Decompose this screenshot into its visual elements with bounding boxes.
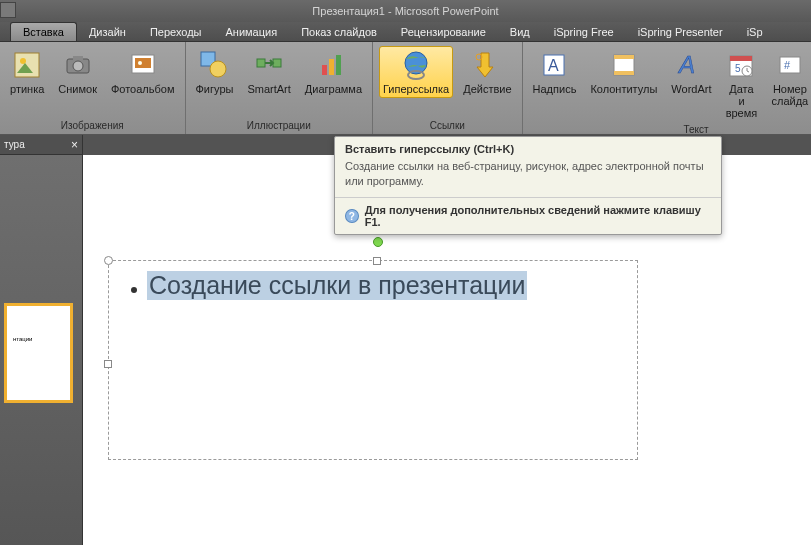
button-label: Фотоальбом [111,83,175,95]
tab-slideshow[interactable]: Показ слайдов [289,23,389,41]
button-label: Дата и время [725,83,757,119]
button-datetime[interactable]: 5 Дата и время [721,46,761,122]
ribbon: ртинка Снимок Фотоальбом Изображения Фиг… [0,42,811,135]
button-label: Колонтитулы [590,83,657,95]
content-placeholder[interactable]: Создание ссылки в презентации [108,260,638,460]
resize-handle-n[interactable] [373,257,381,265]
tab-review[interactable]: Рецензирование [389,23,498,41]
button-photoalbum[interactable]: Фотоальбом [107,46,179,98]
svg-rect-12 [322,65,327,75]
outline-tab-label[interactable]: тура [4,139,25,150]
button-slidenumber[interactable]: # Номер слайда [767,46,811,110]
tab-design[interactable]: Дизайн [77,23,138,41]
svg-point-3 [73,61,83,71]
resize-handle-nw[interactable] [104,256,113,265]
button-hyperlink[interactable]: Гиперссылка [379,46,453,98]
button-label: Надпись [533,83,577,95]
button-label: Фигуры [196,83,234,95]
outline-pane: тура × нтации [0,135,83,545]
button-headerfooter[interactable]: Колонтитулы [586,46,661,98]
button-label: SmartArt [247,83,290,95]
group-text: A Надпись Колонтитулы A WordArt 5 Дата и… [523,42,811,134]
tab-ispring-free[interactable]: iSpring Free [542,23,626,41]
svg-rect-22 [614,71,634,75]
tooltip-title: Вставить гиперссылку (Ctrl+K) [335,137,721,159]
thumb-text: нтации [13,336,32,342]
tab-ispring-presenter[interactable]: iSpring Presenter [626,23,735,41]
shapes-icon [198,49,230,81]
svg-text:#: # [784,59,791,71]
button-label: Снимок [58,83,97,95]
clipart-icon [11,49,43,81]
button-action[interactable]: Действие [459,46,515,98]
photoalbum-icon [127,49,159,81]
group-label-images: Изображения [61,118,124,134]
button-label: ртинка [10,83,44,95]
outline-pane-body[interactable]: нтации [0,155,82,545]
button-label: Действие [463,83,511,95]
ribbon-tabs: Вставка Дизайн Переходы Анимация Показ с… [0,22,811,42]
button-label: Гиперссылка [383,83,449,95]
tab-isp-cut[interactable]: iSp [735,23,775,41]
button-screenshot[interactable]: Снимок [54,46,101,98]
svg-point-7 [138,61,142,65]
chart-icon [317,49,349,81]
selected-text[interactable]: Создание ссылки в презентации [147,271,527,300]
svg-rect-0 [15,53,39,77]
slide-thumbnail[interactable]: нтации [4,303,73,403]
camera-icon [62,49,94,81]
quick-access-toolbar [0,2,16,18]
svg-rect-6 [135,58,151,68]
group-links: Гиперссылка Действие Ссылки [373,42,523,134]
textbox-icon: A [538,49,570,81]
globe-link-icon [400,49,432,81]
group-images: ртинка Снимок Фотоальбом Изображения [0,42,186,134]
tab-view[interactable]: Вид [498,23,542,41]
svg-rect-21 [614,55,634,59]
svg-rect-25 [730,56,752,61]
close-icon[interactable]: × [71,138,78,152]
svg-text:A: A [677,51,695,78]
wordart-icon: A [675,49,707,81]
svg-text:A: A [548,57,559,74]
svg-rect-4 [73,56,83,60]
title-bar: Презентация1 - Microsoft PowerPoint [0,0,811,22]
button-chart[interactable]: Диаграмма [301,46,366,98]
svg-rect-10 [257,59,265,67]
slidenumber-icon: # [774,49,806,81]
button-label: Диаграмма [305,83,362,95]
bullet-icon [131,287,137,293]
svg-point-1 [20,58,26,64]
svg-rect-14 [336,55,341,75]
group-illustrations: Фигуры SmartArt Диаграмма Иллюстрации [186,42,374,134]
tab-animation[interactable]: Анимация [213,23,289,41]
group-label-links: Ссылки [430,118,465,134]
tab-insert[interactable]: Вставка [10,22,77,41]
button-label: WordArt [671,83,711,95]
bullet-list-item[interactable]: Создание ссылки в презентации [131,271,627,300]
tooltip-footer: ? Для получения дополнительных сведений … [335,197,721,234]
group-label-illustrations: Иллюстрации [247,118,311,134]
tooltip-hyperlink: Вставить гиперссылку (Ctrl+K) Создание с… [334,136,722,235]
smartart-icon [253,49,285,81]
svg-text:5: 5 [735,63,741,74]
qat-item[interactable] [0,2,16,18]
rotate-handle[interactable] [373,237,383,247]
resize-handle-w[interactable] [104,360,112,368]
tab-transitions[interactable]: Переходы [138,23,214,41]
action-icon [471,49,503,81]
button-label: Номер слайда [771,83,808,107]
tooltip-footer-text: Для получения дополнительных сведений на… [365,204,711,228]
button-textbox[interactable]: A Надпись [529,46,581,98]
headerfooter-icon [608,49,640,81]
button-wordart[interactable]: A WordArt [667,46,715,98]
window-title: Презентация1 - Microsoft PowerPoint [312,5,498,17]
button-shapes[interactable]: Фигуры [192,46,238,98]
button-clipart[interactable]: ртинка [6,46,48,98]
svg-rect-13 [329,59,334,75]
outline-pane-header: тура × [0,135,82,155]
svg-point-9 [210,61,226,77]
datetime-icon: 5 [725,49,757,81]
info-icon: ? [345,209,359,223]
button-smartart[interactable]: SmartArt [243,46,294,98]
